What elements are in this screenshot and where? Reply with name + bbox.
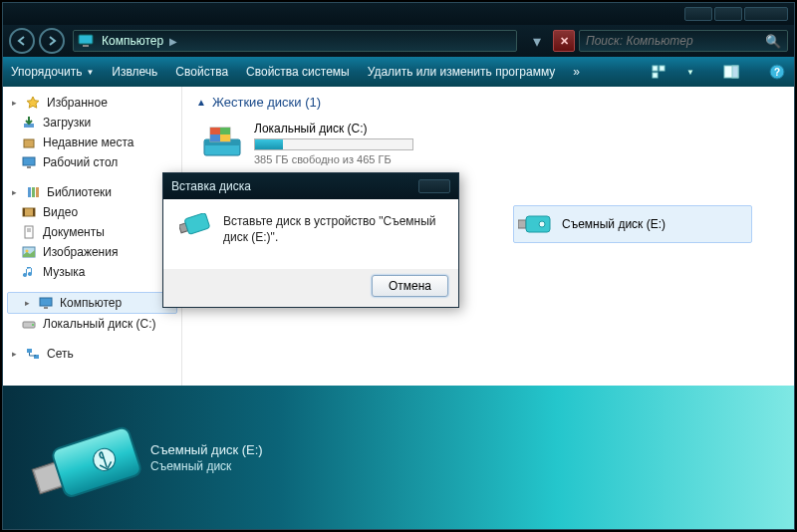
sidebar-label: Локальный диск (C:) — [43, 317, 156, 331]
sidebar-label: Рабочий стол — [43, 155, 118, 169]
svg-rect-2 — [653, 66, 658, 71]
documents-icon — [21, 224, 37, 240]
sidebar-desktop[interactable]: Рабочий стол — [3, 152, 181, 172]
dialog-close-button[interactable] — [418, 179, 450, 193]
navigation-pane: ▸ Избранное Загрузки Недавние места Ра — [3, 87, 182, 386]
collapse-icon[interactable]: ▸ — [9, 187, 19, 197]
computer-icon — [78, 33, 98, 49]
uninstall-program-button[interactable]: Удалить или изменить программу — [368, 65, 556, 79]
svg-text:?: ? — [774, 67, 780, 78]
svg-rect-36 — [220, 134, 230, 141]
breadcrumb-arrow-icon[interactable]: ▶ — [163, 36, 183, 47]
sidebar-label: Изображения — [43, 245, 118, 259]
disk-icon — [21, 316, 37, 332]
sidebar-music[interactable]: Музыка — [3, 262, 181, 282]
dialog-title-text: Вставка диска — [171, 179, 251, 193]
section-hard-disks[interactable]: ▲ Жесткие диски (1) — [196, 95, 780, 110]
sidebar-label: Видео — [43, 205, 78, 219]
help-button[interactable]: ? — [768, 64, 786, 80]
sidebar-libraries[interactable]: ▸ Библиотеки — [3, 182, 181, 202]
address-dropdown-button[interactable]: ▾ — [525, 30, 549, 52]
eject-button[interactable]: Извлечь — [112, 65, 157, 79]
svg-rect-0 — [79, 35, 93, 44]
sidebar-videos[interactable]: Видео — [3, 202, 181, 222]
organize-menu[interactable]: Упорядочить ▼ — [11, 65, 94, 79]
hard-disk-icon — [200, 122, 244, 161]
section-label: Жесткие диски (1) — [212, 95, 321, 110]
view-options-chevron-icon[interactable]: ▼ — [686, 68, 694, 77]
preview-pane-button[interactable] — [722, 64, 740, 80]
view-options-button[interactable] — [651, 64, 668, 80]
details-title: Съемный диск (E:) — [150, 442, 263, 457]
usb-drive-icon — [518, 210, 554, 238]
collapse-arrow-icon[interactable]: ▲ — [196, 97, 206, 108]
collapse-icon[interactable]: ▸ — [22, 298, 32, 308]
sidebar-computer[interactable]: ▸ Компьютер — [7, 292, 177, 314]
search-input[interactable] — [586, 34, 765, 48]
command-toolbar: Упорядочить ▼ Извлечь Свойства Свойства … — [3, 57, 794, 87]
window-minimize-button[interactable] — [684, 7, 712, 21]
sidebar-local-disk-c[interactable]: Локальный диск (C:) — [3, 314, 181, 334]
address-bar[interactable]: Компьютер ▶ — [73, 30, 517, 52]
svg-rect-38 — [526, 216, 550, 232]
svg-rect-37 — [518, 220, 526, 228]
collapse-icon[interactable]: ▸ — [9, 349, 19, 359]
svg-rect-3 — [660, 66, 664, 71]
svg-rect-19 — [25, 226, 33, 238]
sidebar-label: Библиотеки — [47, 185, 112, 199]
details-pane: Съемный диск (E:) Съемный диск — [3, 386, 794, 529]
collapse-icon[interactable]: ▸ — [9, 98, 19, 108]
forward-button[interactable] — [39, 28, 65, 54]
explorer-window: Компьютер ▶ ▾ ✕ 🔍 Упорядочить ▼ Извлечь … — [2, 2, 795, 530]
sidebar-network[interactable]: ▸ Сеть — [3, 344, 181, 364]
pictures-icon — [21, 244, 37, 260]
drive-name: Локальный диск (C:) — [254, 122, 413, 135]
cancel-button[interactable]: Отмена — [372, 275, 448, 297]
svg-point-39 — [539, 221, 545, 227]
drive-free-text: 385 ГБ свободно из 465 ГБ — [254, 153, 413, 165]
properties-button[interactable]: Свойства — [175, 65, 228, 79]
svg-rect-14 — [32, 187, 35, 197]
toolbar-overflow[interactable]: » — [573, 65, 580, 79]
sidebar-documents[interactable]: Документы — [3, 222, 181, 242]
sidebar-label: Загрузки — [43, 116, 91, 130]
network-icon — [25, 346, 41, 362]
sidebar-recent-places[interactable]: Недавние места — [3, 133, 181, 152]
window-close-button[interactable] — [744, 7, 788, 21]
sidebar-favorites[interactable]: ▸ Избранное — [3, 93, 181, 113]
sidebar-label: Документы — [43, 225, 105, 239]
sidebar-label: Компьютер — [60, 296, 122, 310]
svg-rect-35 — [210, 134, 220, 141]
navigation-bar: Компьютер ▶ ▾ ✕ 🔍 — [3, 25, 794, 57]
back-button[interactable] — [9, 28, 35, 54]
downloads-icon — [21, 115, 37, 131]
insert-disk-dialog: Вставка диска Вставьте диск в устройство… — [162, 172, 459, 308]
sidebar-label: Избранное — [47, 96, 108, 110]
svg-rect-1 — [83, 45, 89, 47]
sidebar-label: Сеть — [47, 347, 74, 361]
dialog-titlebar[interactable]: Вставка диска — [163, 173, 458, 199]
svg-rect-4 — [653, 73, 658, 78]
svg-rect-12 — [27, 166, 31, 168]
drive-removable-e[interactable]: Съемный диск (E:) — [513, 205, 752, 243]
svg-rect-10 — [24, 139, 34, 147]
drive-local-c[interactable]: Локальный диск (C:) 385 ГБ свободно из 4… — [196, 118, 495, 169]
svg-rect-15 — [36, 187, 39, 197]
stop-button[interactable]: ✕ — [553, 30, 575, 52]
address-bar-location: Компьютер — [102, 34, 163, 48]
sidebar-downloads[interactable]: Загрузки — [3, 113, 181, 133]
search-icon[interactable]: 🔍 — [765, 34, 781, 49]
sidebar-label: Недавние места — [43, 135, 133, 149]
dialog-message: Вставьте диск в устройство "Съемный диск… — [223, 213, 442, 259]
drive-name: Съемный диск (E:) — [562, 217, 665, 231]
sidebar-pictures[interactable]: Изображения — [3, 242, 181, 262]
svg-rect-17 — [23, 208, 25, 216]
desktop-icon — [21, 154, 37, 170]
star-icon — [25, 95, 41, 111]
system-properties-button[interactable]: Свойства системы — [246, 65, 350, 79]
window-maximize-button[interactable] — [714, 7, 742, 21]
usb-drive-icon — [179, 213, 211, 237]
usb-drive-large-icon — [21, 402, 131, 512]
search-box[interactable]: 🔍 — [579, 30, 788, 52]
svg-rect-24 — [40, 298, 52, 306]
